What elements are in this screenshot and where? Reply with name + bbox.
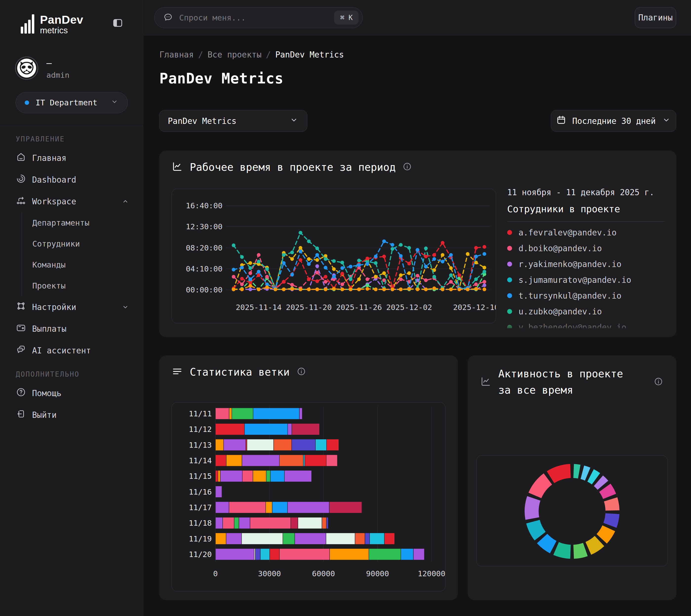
sidebar-item-settings[interactable]: Настройки — [0, 296, 143, 318]
svg-text:2025-12-02: 2025-12-02 — [386, 303, 432, 312]
sidebar-item-ai-assistant[interactable]: AI ассистент — [0, 339, 143, 361]
user-name: — — [46, 58, 69, 68]
sidebar-item-label: AI ассистент — [32, 346, 91, 355]
employee-color-dot — [507, 325, 512, 328]
employee-email: a.fevralev@pandev.io — [518, 228, 617, 237]
employee-email: r.yakimenko@pandev.io — [518, 259, 621, 269]
employee-email: s.jumamuratov@pandev.io — [518, 275, 631, 285]
search-input[interactable]: Спроси меня... ⌘ K — [154, 7, 363, 28]
breadcrumb-item: PanDev Metrics — [275, 50, 344, 60]
user-profile[interactable]: — admin — [15, 56, 69, 81]
breadcrumb-separator: / — [194, 50, 207, 60]
sidebar-item-workspace[interactable]: Workspace — [0, 191, 143, 212]
svg-text:00:00:00: 00:00:00 — [186, 285, 223, 294]
svg-text:11/15: 11/15 — [189, 471, 212, 481]
logout-icon — [16, 409, 26, 421]
chart-line-icon — [172, 161, 183, 173]
sidebar-item-label: Dashboard — [32, 175, 76, 184]
svg-text:11/11: 11/11 — [189, 409, 212, 418]
plugins-button[interactable]: Плагины — [635, 7, 676, 28]
topbar: Спроси меня... ⌘ K Плагины — [143, 0, 691, 35]
employee-item[interactable]: r.yakimenko@pandev.io — [507, 256, 665, 272]
align-left-icon — [172, 366, 183, 378]
department-select[interactable]: IT Department — [16, 92, 128, 113]
employees-title: Сотрудники в проекте — [507, 204, 665, 215]
home-icon — [16, 152, 26, 164]
sidebar-subitem-employees[interactable]: Сотрудники — [22, 233, 143, 254]
activity-card: Активность в проекте за все время — [468, 355, 676, 600]
sidebar-item-label: Выплаты — [32, 324, 66, 334]
employee-item[interactable]: s.jumamuratov@pandev.io — [507, 272, 665, 288]
branch-stats-chart: 030000600009000012000011/1111/1211/1311/… — [172, 402, 445, 591]
sidebar-item-home[interactable]: Главная — [0, 147, 143, 169]
sidebar-item-label: Workspace — [32, 197, 76, 206]
worktime-chart-panel: 00:00:0004:10:0008:20:0012:30:0016:40:00… — [172, 189, 496, 323]
svg-text:120000: 120000 — [418, 569, 445, 578]
search-placeholder: Спроси меня... — [179, 13, 246, 22]
department-status-dot — [25, 101, 29, 105]
breadcrumb-separator: / — [262, 50, 275, 60]
employee-item[interactable]: u.zubko@pandev.io — [507, 304, 665, 320]
chart-line-icon — [480, 376, 491, 388]
employee-color-dot — [507, 309, 512, 314]
employee-color-dot — [507, 230, 512, 235]
info-icon[interactable] — [297, 367, 306, 377]
branch-stats-title: Статистика ветки — [190, 366, 290, 378]
svg-text:90000: 90000 — [366, 569, 389, 578]
sidebar-item-payouts[interactable]: Выплаты — [0, 318, 143, 339]
employee-item[interactable]: t.tursynkul@pandev.io — [507, 288, 665, 304]
info-icon[interactable] — [654, 377, 663, 387]
sidebar-item-help[interactable]: Помощь — [0, 382, 143, 404]
activity-donut-chart — [476, 456, 668, 566]
sidebar-subitem-projects[interactable]: Проекты — [22, 275, 143, 296]
svg-text:11/19: 11/19 — [189, 534, 212, 543]
sidebar: PanDev metrics — [0, 0, 143, 616]
sidebar-subitems: ДепартаментыСотрудникиКомандыПроекты — [22, 212, 143, 296]
employees-list: a.fevralev@pandev.iod.boiko@pandev.ior.y… — [507, 225, 665, 328]
info-icon[interactable] — [402, 162, 412, 172]
sidebar-item-logout[interactable]: Выйти — [0, 404, 143, 426]
svg-text:30000: 30000 — [258, 569, 281, 578]
sidebar-subitem-teams[interactable]: Команды — [22, 254, 143, 275]
sidebar-toggle-icon[interactable] — [112, 17, 124, 30]
employee-email: v.bezhenedov@pandev.io — [518, 323, 626, 329]
employee-item[interactable]: a.fevralev@pandev.io — [507, 225, 665, 240]
date-range-button[interactable]: Последние 30 дней — [551, 110, 676, 132]
employee-email: t.tursynkul@pandev.io — [518, 291, 621, 301]
sidebar-item-label: Помощь — [32, 389, 62, 398]
project-select[interactable]: PanDev Metrics — [159, 110, 307, 132]
sidebar-item-label: Главная — [32, 153, 66, 163]
chevron-up-icon — [121, 197, 129, 205]
chevron-down-icon — [121, 303, 129, 311]
nav-section-label: ДОПОЛНИТЕЛЬНО — [0, 361, 143, 382]
employees-divider — [507, 221, 665, 222]
activity-title: Активность в проекте за все время — [498, 366, 631, 398]
employee-item[interactable]: v.bezhenedov@pandev.io — [507, 320, 665, 328]
sidebar-item-dashboard[interactable]: Dashboard — [0, 169, 143, 191]
sidebar-subitem-departments[interactable]: Департаменты — [22, 212, 143, 233]
date-range-text: 11 ноября - 11 декабря 2025 г. — [507, 188, 665, 197]
settings-icon — [16, 301, 26, 313]
calendar-icon — [556, 115, 566, 127]
date-range-label: Последние 30 дней — [572, 116, 656, 126]
project-select-value: PanDev Metrics — [168, 116, 237, 126]
breadcrumb-item[interactable]: Главная — [159, 50, 194, 60]
svg-text:2025-12-10: 2025-12-10 — [453, 303, 496, 312]
employee-email: d.boiko@pandev.io — [518, 244, 602, 253]
svg-text:04:10:00: 04:10:00 — [186, 264, 223, 273]
chat-bubble-icon — [163, 12, 173, 23]
employee-item[interactable]: d.boiko@pandev.io — [507, 240, 665, 256]
svg-text:08:20:00: 08:20:00 — [186, 243, 223, 252]
user-role: admin — [46, 71, 69, 80]
employee-color-dot — [507, 262, 512, 267]
logo: PanDev metrics — [21, 14, 83, 35]
employees-panel: 11 ноября - 11 декабря 2025 г. Сотрудник… — [507, 188, 665, 332]
dashboard-icon — [16, 174, 26, 186]
svg-text:11/14: 11/14 — [189, 456, 212, 465]
breadcrumb-item[interactable]: Все проекты — [207, 50, 262, 60]
logo-bars-icon — [21, 14, 37, 35]
chevron-down-icon — [662, 115, 671, 127]
employee-email: u.zubko@pandev.io — [518, 307, 602, 316]
svg-text:0: 0 — [213, 569, 218, 578]
employee-color-dot — [507, 278, 512, 282]
